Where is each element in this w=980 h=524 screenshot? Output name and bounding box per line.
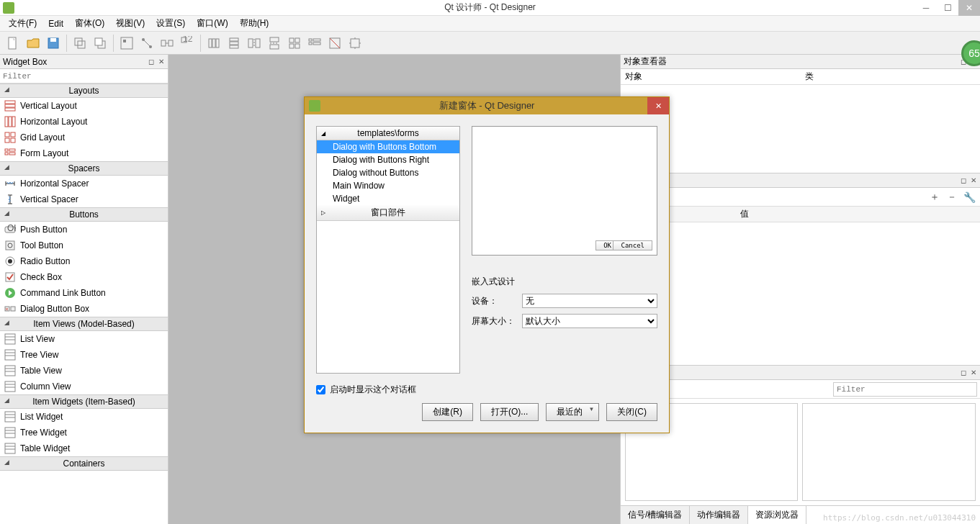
widget-item[interactable]: Command Link Button [0,285,168,301]
svg-rect-18 [212,39,215,48]
widget-item[interactable]: Form Layout [0,145,168,161]
maximize-button[interactable]: ☐ [937,0,958,16]
new-file-button[interactable] [3,33,23,53]
property-value-column[interactable]: 值 [736,207,753,222]
property-editor-header: ◻ ✕ [621,173,980,188]
close-panel-button[interactable]: ✕ [968,176,979,186]
show-on-startup-checkbox[interactable] [316,385,325,394]
template-item[interactable]: Dialog with Buttons Bottom [317,140,459,153]
template-item[interactable]: Dialog without Buttons [317,166,459,179]
widget-section-header[interactable]: ◢Buttons [0,207,168,222]
widget-item[interactable]: Table View [0,363,168,379]
device-select[interactable]: 无 [522,294,657,308]
layout-vert-button[interactable] [224,33,244,53]
widget-item[interactable]: Tree View [0,347,168,363]
svg-rect-48 [5,138,9,143]
menu-view[interactable]: 视图(V) [110,16,150,31]
preview-cancel-button: Cancel [613,240,652,250]
widget-item[interactable]: Tool Button [0,238,168,253]
bring-front-button[interactable] [90,33,110,53]
widget-item[interactable]: Check Box [0,269,168,285]
widget-section-header[interactable]: ◢Spacers [0,161,168,176]
svg-rect-79 [5,428,15,438]
template-tree[interactable]: ◢templates\forms Dialog with Buttons Bot… [316,126,460,374]
template-item[interactable]: Dialog with Buttons Right [317,153,459,166]
tab-resource-browser[interactable]: 资源浏览器 [748,506,806,524]
add-property-button[interactable]: ＋ [927,189,943,205]
send-back-button[interactable] [70,33,90,53]
widget-item[interactable]: Horizontal Spacer [0,176,168,191]
save-file-button[interactable] [43,33,63,53]
widget-section-header[interactable]: ◢Containers [0,456,168,471]
minimize-button[interactable]: ─ [915,0,937,16]
widget-item[interactable]: List View [0,331,168,347]
close-panel-button[interactable]: ✕ [968,368,979,378]
close-panel-button[interactable]: ✕ [156,57,166,67]
template-item[interactable]: Main Window [317,179,459,192]
recent-button[interactable]: 最近的 [546,403,599,421]
menu-file[interactable]: 文件(F) [3,16,42,31]
undock-button[interactable]: ◻ [958,176,968,186]
svg-rect-33 [309,39,312,41]
screen-size-select[interactable]: 默认大小 [522,314,657,328]
dialog-title: 新建窗体 - Qt Designer [439,99,535,112]
svg-rect-0 [9,37,16,49]
class-column[interactable]: 类 [801,69,981,84]
tab-action-editor[interactable]: 动作编辑器 [690,506,748,524]
show-on-startup-label: 启动时显示这个对话框 [330,384,416,396]
window-title: Qt 设计师 - Qt Designer [444,1,536,14]
resource-filter-input[interactable] [833,382,977,397]
undock-button[interactable]: ◻ [958,368,968,378]
svg-rect-82 [5,443,15,453]
menu-settings[interactable]: 设置(S) [150,16,191,31]
widget-box-filter-input[interactable] [0,69,168,83]
tab-signal-slot[interactable]: 信号/槽编辑器 [621,506,690,524]
template-item[interactable]: Widget [317,192,459,205]
menu-window[interactable]: 窗口(W) [191,16,233,31]
create-button[interactable]: 创建(R) [422,403,473,421]
widget-item[interactable]: Column View [0,379,168,394]
dialog-close-button[interactable]: ✕ [647,97,669,114]
open-button[interactable]: 打开(O)... [480,403,539,421]
menu-edit[interactable]: Edit [42,17,69,30]
edit-widgets-button[interactable] [117,33,137,53]
widget-item[interactable]: Horizontal Layout [0,114,168,130]
widget-item[interactable]: OKPush Button [0,222,168,238]
dialog-titlebar[interactable]: 新建窗体 - Qt Designer ✕ [305,97,669,114]
menu-help[interactable]: 帮助(H) [234,16,275,31]
object-column[interactable]: 对象 [621,69,801,84]
remove-property-button[interactable]: － [944,189,960,205]
widget-item[interactable]: Grid Layout [0,130,168,145]
window-titlebar: Qt 设计师 - Qt Designer ─ ☐ ✕ [0,0,980,16]
edit-buddies-button[interactable] [157,33,177,53]
svg-rect-36 [313,42,320,45]
layout-horiz-splitter-button[interactable] [244,33,264,53]
layout-horiz-button[interactable] [204,33,224,53]
open-file-button[interactable] [23,33,43,53]
layout-form-button[interactable] [305,33,325,53]
close-dialog-button[interactable]: 关闭(C) [606,403,657,421]
layout-grid-button[interactable] [284,33,305,53]
widget-item[interactable]: Vertical Spacer [0,191,168,207]
widget-item[interactable]: Vertical Layout [0,98,168,114]
edit-taborder-button[interactable]: 12 [177,33,197,53]
widget-item[interactable]: Dialog Button Box [0,301,168,317]
break-layout-button[interactable] [325,33,345,53]
widget-item[interactable]: Table Widget [0,441,168,456]
undock-button[interactable]: ◻ [146,57,156,67]
adjust-size-button[interactable] [345,33,365,53]
layout-vert-splitter-button[interactable] [264,33,284,53]
widget-section-header[interactable]: ◢Item Widgets (Item-Based) [0,394,168,409]
widget-item[interactable]: Radio Button [0,253,168,269]
close-button[interactable]: ✕ [958,0,980,16]
widget-section-header[interactable]: ◢Item Views (Model-Based) [0,317,168,331]
template-category-forms[interactable]: ◢templates\forms [317,127,459,140]
edit-signals-button[interactable] [137,33,157,53]
watermark: https://blog.csdn.net/u013044310 [823,513,976,523]
widget-section-header[interactable]: ◢Layouts [0,83,168,98]
widget-item[interactable]: Tree Widget [0,425,168,441]
menu-form[interactable]: 窗体(O) [69,16,110,31]
template-category-widgets[interactable]: ▷窗口部件 [317,205,459,221]
property-settings-button[interactable]: 🔧 [961,189,977,205]
widget-item[interactable]: List Widget [0,409,168,425]
